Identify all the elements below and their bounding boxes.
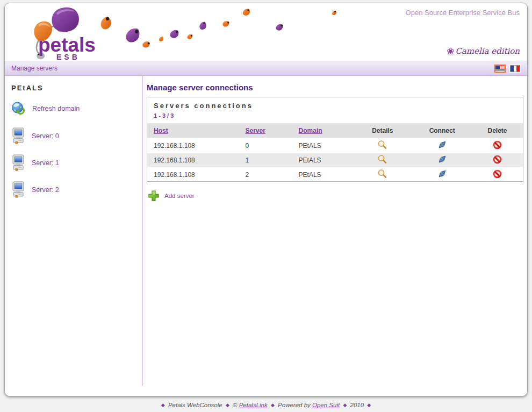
petal-decoration bbox=[242, 8, 250, 16]
language-switcher bbox=[494, 65, 521, 73]
france-flag-icon bbox=[511, 66, 520, 72]
refresh-domain-link[interactable]: Refresh domain bbox=[11, 102, 136, 116]
language-french-button[interactable] bbox=[509, 65, 521, 73]
sort-server-link[interactable]: Server bbox=[245, 127, 265, 134]
plus-icon bbox=[148, 190, 160, 202]
server-cell: 1 bbox=[239, 152, 292, 167]
globe-refresh-icon bbox=[11, 102, 26, 116]
app-window: petals ESB Open Source Enterprise Servic… bbox=[4, 3, 528, 396]
column-details: Details bbox=[353, 123, 413, 138]
connect-button[interactable] bbox=[437, 139, 448, 150]
footer-app-name: Petals WebConsole bbox=[168, 402, 222, 408]
connect-button[interactable] bbox=[437, 168, 448, 179]
diamond-bullet: ◆ bbox=[224, 402, 231, 408]
footer-year: 2010 bbox=[350, 402, 364, 408]
block-icon bbox=[493, 155, 502, 164]
page-title: Manage server connections bbox=[147, 83, 523, 92]
us-flag-icon bbox=[495, 66, 505, 72]
host-cell: 192.168.1.108 bbox=[147, 138, 239, 152]
petal-decoration bbox=[99, 16, 112, 30]
server-row: 192.168.1.108 0 PEtALS bbox=[147, 138, 523, 152]
sidebar-server-label: Server: 2 bbox=[32, 186, 59, 194]
main-area: Manage server connections Servers connec… bbox=[143, 76, 527, 396]
connect-button[interactable] bbox=[437, 154, 448, 165]
sort-domain-link[interactable]: Domain bbox=[299, 127, 322, 134]
server-row: 192.168.1.108 2 PEtALS bbox=[147, 167, 523, 181]
sidebar-item-server-2[interactable]: Server: 2 bbox=[11, 181, 136, 198]
sidebar-item-server-1[interactable]: Server: 1 bbox=[11, 154, 136, 172]
computer-icon bbox=[11, 181, 25, 198]
petal-decoration bbox=[332, 11, 336, 15]
language-english-button[interactable] bbox=[494, 65, 506, 73]
diamond-bullet: ◆ bbox=[269, 402, 276, 408]
open-suit-link[interactable]: Open Suit bbox=[312, 402, 340, 408]
petalslink-link[interactable]: PetalsLink bbox=[239, 402, 268, 408]
sort-host-link[interactable]: Host bbox=[154, 127, 168, 134]
edition-label: ❀ Camelia edition bbox=[447, 46, 520, 56]
delete-button[interactable] bbox=[493, 169, 502, 179]
block-icon bbox=[493, 169, 502, 179]
domain-cell: PEtALS bbox=[292, 138, 353, 152]
pagination-label: 1 - 3 / 3 bbox=[147, 111, 523, 123]
breadcrumb-bar: Manage servers bbox=[5, 61, 527, 76]
server-cell: 0 bbox=[239, 138, 292, 152]
connector-icon bbox=[437, 139, 448, 150]
petal-decoration bbox=[187, 33, 193, 40]
diamond-bullet: ◆ bbox=[341, 402, 348, 408]
edition-text: Camelia edition bbox=[455, 46, 520, 56]
app-tagline: Open Source Enterprise Service Bus bbox=[406, 9, 520, 17]
svg-text:ESB: ESB bbox=[56, 53, 80, 61]
add-server-label: Add server bbox=[164, 193, 195, 199]
camelia-flower-icon: ❀ bbox=[447, 46, 454, 56]
breadcrumb[interactable]: Manage servers bbox=[11, 65, 57, 72]
panel-title: Servers connections bbox=[147, 97, 523, 111]
table-header-row: Host Server Domain Details Connect Delet… bbox=[147, 123, 523, 138]
petal-decoration bbox=[159, 37, 163, 41]
domain-cell: PEtALS bbox=[292, 167, 353, 181]
app-footer: ◆ Petals WebConsole ◆ © PetalsLink ◆ Pow… bbox=[0, 402, 532, 408]
delete-button[interactable] bbox=[493, 140, 502, 150]
diamond-bullet: ◆ bbox=[160, 402, 167, 408]
footer-powered-by: Powered by bbox=[278, 402, 311, 408]
sidebar-server-label: Server: 1 bbox=[32, 159, 59, 167]
add-server-button[interactable]: Add server bbox=[148, 190, 195, 202]
refresh-domain-label: Refresh domain bbox=[32, 105, 80, 112]
connector-icon bbox=[437, 168, 448, 179]
petal-decoration bbox=[125, 27, 140, 44]
column-delete: Delete bbox=[472, 123, 523, 138]
details-button[interactable] bbox=[377, 154, 387, 165]
sidebar: PEtALS Refresh domain bbox=[5, 76, 142, 386]
servers-table: Host Server Domain Details Connect Delet… bbox=[147, 123, 523, 181]
petal-decoration bbox=[275, 23, 284, 31]
servers-panel: Servers connections 1 - 3 / 3 Host Serve… bbox=[147, 97, 523, 182]
content-area: PEtALS Refresh domain bbox=[5, 76, 527, 396]
footer-copyright: © bbox=[233, 402, 237, 408]
petals-esb-logo: petals ESB bbox=[21, 5, 96, 61]
magnifier-icon bbox=[377, 169, 387, 179]
sidebar-server-label: Server: 0 bbox=[32, 132, 59, 140]
host-cell: 192.168.1.108 bbox=[147, 152, 239, 167]
block-icon bbox=[493, 140, 502, 150]
petal-decoration bbox=[199, 22, 207, 30]
host-cell: 192.168.1.108 bbox=[147, 167, 239, 181]
petal-decoration bbox=[169, 29, 179, 39]
delete-button[interactable] bbox=[493, 155, 502, 164]
server-row: 192.168.1.108 1 PEtALS bbox=[147, 152, 523, 167]
domain-cell: PEtALS bbox=[292, 152, 353, 167]
app-header: petals ESB Open Source Enterprise Servic… bbox=[5, 3, 527, 61]
sidebar-item-server-0[interactable]: Server: 0 bbox=[11, 127, 136, 145]
sidebar-title: PEtALS bbox=[11, 84, 136, 92]
details-button[interactable] bbox=[377, 169, 387, 179]
connector-icon bbox=[437, 154, 448, 165]
server-cell: 2 bbox=[239, 167, 292, 181]
petal-decoration bbox=[222, 19, 230, 28]
diamond-bullet: ◆ bbox=[365, 402, 372, 408]
magnifier-icon bbox=[377, 154, 387, 165]
computer-icon bbox=[11, 154, 25, 172]
petal-decoration bbox=[142, 40, 151, 49]
column-connect: Connect bbox=[412, 123, 472, 138]
magnifier-icon bbox=[377, 140, 387, 150]
computer-icon bbox=[11, 127, 25, 145]
details-button[interactable] bbox=[377, 140, 387, 150]
